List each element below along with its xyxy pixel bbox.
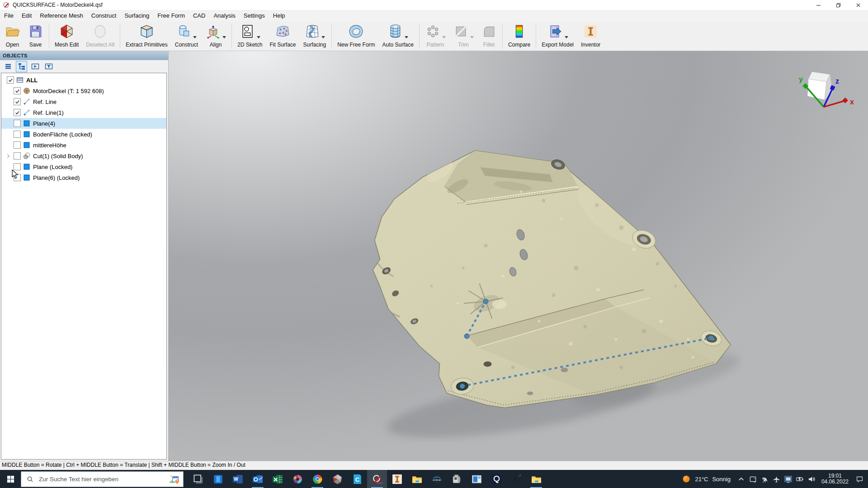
taskbar-app-excel[interactable] [268, 470, 288, 488]
dropdown-arrow-icon[interactable] [565, 36, 568, 38]
close-button[interactable] [848, 0, 868, 10]
toolbar-button-compare[interactable]: Compare [505, 22, 534, 51]
taskbar-app-exscan[interactable]: exScan [427, 470, 447, 488]
taskbar-app-your-phone[interactable] [208, 470, 228, 488]
menu-surfacing[interactable]: Surfacing [120, 10, 153, 22]
toolbar-button-surfacing[interactable]: Surfacing [300, 22, 330, 51]
taskbar-app-folder-project[interactable] [526, 470, 546, 488]
taskbar-search[interactable] [21, 471, 184, 487]
tree-item-motordeckel-t-1-592-608[interactable]: MotorDeckel (T: 1 592 608) [1, 85, 166, 96]
tablet-icon[interactable] [749, 475, 757, 483]
taskbar-app-quicksurface-2022[interactable]: 2022 [367, 470, 387, 488]
weather-sun-icon[interactable] [682, 474, 691, 483]
restore-button[interactable] [828, 0, 848, 10]
tree-item-mittlereh-he[interactable]: mittlereHöhe [1, 140, 166, 150]
visibility-checkbox[interactable] [14, 141, 21, 149]
taskbar-app-word[interactable]: W [228, 470, 248, 488]
viewport-3d[interactable]: y z x [169, 51, 868, 461]
main-area: OBJECTS ALLMotorDeckel (T: 1 592 608)Ref… [0, 51, 868, 461]
visibility-checkbox[interactable] [7, 76, 14, 84]
taskbar-app-scanner-machine[interactable] [447, 470, 467, 488]
visibility-checkbox[interactable] [14, 87, 21, 94]
search-highlights-weather-icon[interactable] [169, 473, 180, 485]
menu-free-form[interactable]: Free Form [153, 10, 189, 22]
toolbar-button-mesh-edit[interactable]: Mesh Edit [51, 22, 82, 51]
plane-icon [23, 163, 30, 170]
taskbar-clock[interactable]: 19:01 04.06.2022 [820, 473, 850, 485]
objects-panel: OBJECTS ALLMotorDeckel (T: 1 592 608)Ref… [0, 51, 169, 461]
taskbar-app-c-app[interactable]: C [347, 470, 367, 488]
menu-file[interactable]: File [0, 10, 18, 22]
tree-view-icon[interactable] [16, 61, 27, 72]
toolbar-button-fit-surface[interactable]: Fit Surface [266, 22, 299, 51]
filter-icon[interactable] [43, 61, 54, 72]
expand-chevron-icon[interactable] [7, 154, 14, 159]
dropdown-arrow-icon[interactable] [193, 36, 197, 38]
menu-reference-mesh[interactable]: Reference Mesh [36, 10, 87, 22]
speaker-icon[interactable] [808, 475, 816, 483]
toolbar-button-label: 2D Sketch [237, 42, 262, 48]
toolbar-button-auto-surface[interactable]: Auto Surface [379, 22, 417, 51]
visibility-checkbox[interactable] [14, 120, 21, 127]
taskbar-app-polyhedron-app[interactable] [327, 470, 347, 488]
toolbar-button-construct[interactable]: Construct [171, 22, 202, 51]
visibility-checkbox[interactable] [14, 131, 21, 138]
menu-settings[interactable]: Settings [240, 10, 269, 22]
toolbar-button-new-free-form[interactable]: New Free Form [334, 22, 378, 51]
toolbar-button-export-model[interactable]: Export Model [538, 22, 577, 51]
toolbar-button-inventor[interactable]: Inventor [577, 22, 604, 51]
menu-analysis[interactable]: Analysis [209, 10, 239, 22]
airplane-icon[interactable] [773, 475, 780, 483]
tree-item-plane-4[interactable]: Plane(4) [1, 118, 166, 129]
start-button[interactable] [0, 470, 21, 488]
dropdown-arrow-icon[interactable] [442, 36, 446, 38]
taskbar-app-file-explorer[interactable] [407, 470, 427, 488]
taskbar-app-outlook[interactable] [248, 470, 268, 488]
tree-item-ref-line[interactable]: Ref. Line [1, 96, 166, 107]
menu-edit[interactable]: Edit [18, 10, 36, 22]
tree-item-all[interactable]: ALL [1, 75, 166, 85]
play-icon[interactable] [29, 61, 41, 72]
toolbar-button-align[interactable]: Align [202, 22, 230, 51]
minimize-button[interactable] [808, 0, 828, 10]
dropdown-arrow-icon[interactable] [405, 36, 408, 38]
battery-icon[interactable] [796, 475, 804, 483]
list-view-icon[interactable] [2, 61, 14, 72]
dropdown-arrow-icon[interactable] [257, 36, 260, 38]
viewport-scene[interactable]: y z x [169, 51, 868, 461]
toolbar-button-save[interactable]: Save [24, 22, 47, 51]
menu-construct[interactable]: Construct [87, 10, 121, 22]
search-input[interactable] [38, 475, 164, 483]
taskbar-app-chrome[interactable] [307, 470, 327, 488]
tray-condition[interactable]: Sonnig [712, 476, 730, 483]
visibility-checkbox[interactable] [14, 109, 21, 116]
taskbar-app-webcam-app[interactable] [486, 470, 506, 488]
dropdown-arrow-icon[interactable] [321, 36, 325, 38]
satellite-icon[interactable] [761, 475, 769, 483]
tree-item-plane-locked[interactable]: Plane (Locked) [1, 161, 166, 172]
tree-item-cut-1-solid-body[interactable]: Cut(1) (Solid Body) [1, 150, 166, 161]
tree-item-bodenfl-che-locked[interactable]: BodenFläche (Locked) [1, 129, 166, 140]
taskbar-app-window-app[interactable] [467, 470, 486, 488]
menu-help[interactable]: Help [269, 10, 289, 22]
taskbar-app-color-wheel-app[interactable] [288, 470, 307, 488]
tree-item-plane-6-locked[interactable]: Plane(6) (Locked) [1, 172, 166, 183]
dropdown-arrow-icon[interactable] [222, 36, 226, 38]
visibility-checkbox[interactable] [14, 152, 21, 160]
tree-item-ref-line-1[interactable]: Ref. Line(1) [1, 107, 166, 118]
toolbar-button-open[interactable]: Open [1, 22, 24, 51]
taskbar-app-e-reader-app[interactable]: E [506, 470, 526, 488]
menu-cad[interactable]: CAD [189, 10, 209, 22]
visibility-checkbox[interactable] [14, 98, 21, 105]
chevron-up-icon[interactable] [737, 475, 745, 483]
notification-center-icon[interactable] [854, 475, 864, 483]
monitor-icon[interactable] [784, 475, 792, 483]
taskbar-app-task-view[interactable] [188, 470, 208, 488]
dropdown-arrow-icon[interactable] [470, 36, 474, 38]
axis-triad[interactable]: y z x [799, 72, 854, 107]
taskbar-app-inventor[interactable] [387, 470, 407, 488]
model-mesh-motordeckel[interactable] [373, 150, 731, 408]
tray-temperature[interactable]: 21°C [695, 476, 708, 483]
toolbar-button-extract-primitives[interactable]: Extract Primitives [122, 22, 171, 51]
toolbar-button-2d-sketch[interactable]: 2D Sketch [234, 22, 266, 51]
